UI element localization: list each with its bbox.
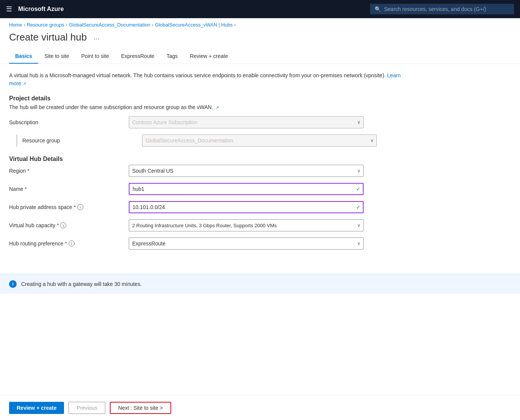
info-banner-text: Creating a hub with a gateway will take … — [21, 281, 142, 287]
project-details-link[interactable]: ↗ — [215, 105, 219, 110]
azure-logo: Microsoft Azure — [18, 6, 364, 12]
breadcrumb-vwan-hubs[interactable]: GlobalSecureAccess_vWAN | Hubs — [155, 22, 233, 28]
virtual-hub-details-title: Virtual Hub Details — [9, 156, 408, 162]
name-input-wrapper[interactable]: ✓ — [129, 183, 364, 195]
capacity-info-icon[interactable]: i — [60, 222, 66, 228]
tab-tags[interactable]: Tags — [161, 49, 184, 64]
external-link-icon: ↗ — [23, 81, 26, 86]
review-create-button[interactable]: Review + create — [9, 402, 64, 414]
breadcrumb-sep-3: › — [152, 22, 153, 28]
virtual-hub-details-section: Virtual Hub Details Region * South Centr… — [9, 156, 408, 250]
project-details-section: Project details The hub will be created … — [9, 95, 408, 147]
capacity-label: Virtual hub capacity * i — [9, 222, 123, 228]
tab-expressroute[interactable]: ExpressRoute — [115, 49, 161, 64]
page-title: Create virtual hub — [9, 31, 87, 43]
region-row: Region * South Central US ∨ — [9, 165, 408, 177]
tab-point-to-site[interactable]: Point to site — [75, 49, 115, 64]
breadcrumb-documentation[interactable]: GlobalSecureAccess_Documentation — [69, 22, 150, 28]
breadcrumb-sep-2: › — [66, 22, 67, 28]
routing-required-star: * — [65, 240, 67, 247]
subscription-select-wrapper[interactable]: Contoso Azure Subscription ∨ — [129, 116, 364, 128]
ellipsis-button[interactable]: ... — [91, 33, 102, 42]
routing-select[interactable]: ExpressRoute — [129, 237, 364, 250]
page-title-row: Create virtual hub ... — [0, 31, 520, 49]
name-required-star: * — [25, 186, 27, 192]
region-label: Region * — [9, 168, 123, 174]
tab-basics[interactable]: Basics — [9, 49, 38, 64]
resource-group-select-wrapper[interactable]: GlobalSecureAccess_Documentation ∨ — [142, 134, 377, 147]
breadcrumb-resource-groups[interactable]: Resource groups — [27, 22, 64, 28]
region-select-wrapper[interactable]: South Central US ∨ — [129, 165, 364, 177]
menu-icon[interactable]: ☰ — [6, 5, 12, 13]
resource-group-select[interactable]: GlobalSecureAccess_Documentation — [142, 134, 377, 147]
routing-label: Hub routing preference * i — [9, 240, 123, 247]
capacity-required-star: * — [57, 222, 59, 228]
routing-select-wrapper[interactable]: ExpressRoute ∨ — [129, 237, 364, 250]
routing-row: Hub routing preference * i ExpressRoute … — [9, 237, 408, 250]
region-select[interactable]: South Central US — [129, 165, 364, 177]
tab-review-create[interactable]: Review + create — [184, 49, 234, 64]
capacity-select[interactable]: 2 Routing Infrastructure Units, 3 Gbps R… — [129, 219, 364, 231]
search-bar[interactable]: 🔍 — [370, 4, 514, 14]
breadcrumb-home[interactable]: Home — [9, 22, 22, 28]
address-space-label: Hub private address space * i — [9, 204, 123, 210]
breadcrumb-sep-4: › — [234, 22, 236, 28]
tab-bar: Basics Site to site Point to site Expres… — [0, 49, 520, 64]
breadcrumb: Home › Resource groups › GlobalSecureAcc… — [0, 18, 520, 31]
breadcrumb-sep-1: › — [24, 22, 25, 28]
subscription-select[interactable]: Contoso Azure Subscription — [129, 116, 364, 128]
resource-group-row: Resource group GlobalSecureAccess_Docume… — [9, 134, 408, 147]
tab-site-to-site[interactable]: Site to site — [38, 49, 75, 64]
address-space-input[interactable] — [129, 201, 364, 213]
indent-line — [17, 134, 17, 147]
subscription-label: Subscription — [9, 119, 123, 125]
resource-group-label: Resource group — [22, 137, 136, 144]
project-details-subtitle: The hub will be created under the same s… — [9, 104, 408, 110]
capacity-row: Virtual hub capacity * i 2 Routing Infra… — [9, 219, 408, 231]
info-banner: i Creating a hub with a gateway will tak… — [0, 274, 520, 294]
info-banner-icon: i — [9, 280, 17, 288]
project-details-title: Project details — [9, 95, 408, 102]
footer: Review + create Previous Next : Site to … — [0, 395, 520, 420]
main-content: A virtual hub is a Microsoft-managed vir… — [0, 64, 417, 266]
description-text: A virtual hub is a Microsoft-managed vir… — [9, 72, 408, 87]
name-input[interactable] — [129, 183, 364, 195]
address-space-required-star: * — [74, 204, 76, 210]
region-required-star: * — [27, 168, 29, 174]
search-icon: 🔍 — [375, 6, 381, 12]
previous-button[interactable]: Previous — [69, 402, 105, 414]
next-button[interactable]: Next : Site to site > — [110, 402, 171, 414]
address-space-row: Hub private address space * i ✓ — [9, 201, 408, 213]
capacity-select-wrapper[interactable]: 2 Routing Infrastructure Units, 3 Gbps R… — [129, 219, 364, 231]
subscription-row: Subscription Contoso Azure Subscription … — [9, 116, 408, 128]
address-space-input-wrapper[interactable]: ✓ — [129, 201, 364, 213]
address-space-info-icon[interactable]: i — [77, 204, 83, 210]
name-label: Name * — [9, 186, 123, 192]
name-row: Name * ✓ — [9, 183, 408, 195]
project-external-icon: ↗ — [215, 105, 219, 110]
search-input[interactable] — [384, 6, 509, 12]
routing-info-icon[interactable]: i — [69, 240, 75, 247]
